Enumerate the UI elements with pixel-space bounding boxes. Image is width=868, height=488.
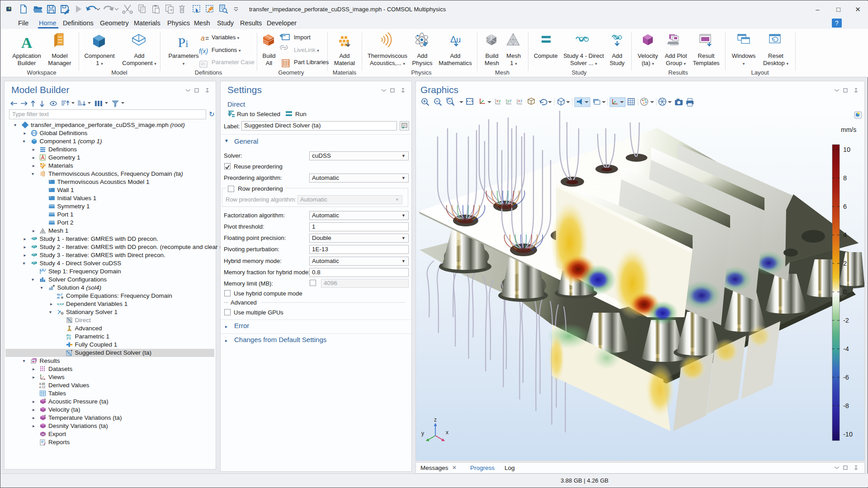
svg-text:z: z [520,99,523,103]
svg-text:Pi: Pi [178,35,189,50]
svg-text:D: D [49,196,52,198]
svg-text:mm/s: mm/s [841,126,856,133]
svg-text:-2: -2 [843,317,849,324]
svg-text:8.85: 8.85 [39,382,45,385]
svg-text:0: 0 [843,288,847,296]
svg-text:x: x [446,429,448,436]
svg-text:D: D [49,179,52,182]
svg-text:y: y [421,430,424,436]
svg-text:-10: -10 [843,431,853,438]
svg-text:A: A [21,34,33,51]
svg-text:-4: -4 [843,345,849,352]
svg-text:a: a [201,34,205,42]
svg-text:10: 10 [843,146,850,153]
svg-text:-6: -6 [843,374,849,381]
svg-text:Pi: Pi [201,62,205,67]
svg-text:u,v,w: u,v,w [57,302,64,306]
svg-text:z: z [509,99,512,103]
svg-text:at: at [57,296,60,299]
svg-text:z: z [434,417,437,423]
svg-text:8: 8 [843,174,847,182]
svg-text:-8: -8 [843,402,849,409]
svg-text:e-12: e-12 [39,385,45,389]
svg-text:2¹3: 2¹3 [66,337,71,340]
svg-text:4: 4 [843,231,847,239]
svg-text:D: D [49,188,52,190]
svg-text:2: 2 [843,260,847,267]
svg-text:y: y [499,99,501,103]
svg-text:Δu: Δu [450,34,461,44]
svg-text:6: 6 [843,203,847,210]
svg-text:=: = [205,35,209,42]
